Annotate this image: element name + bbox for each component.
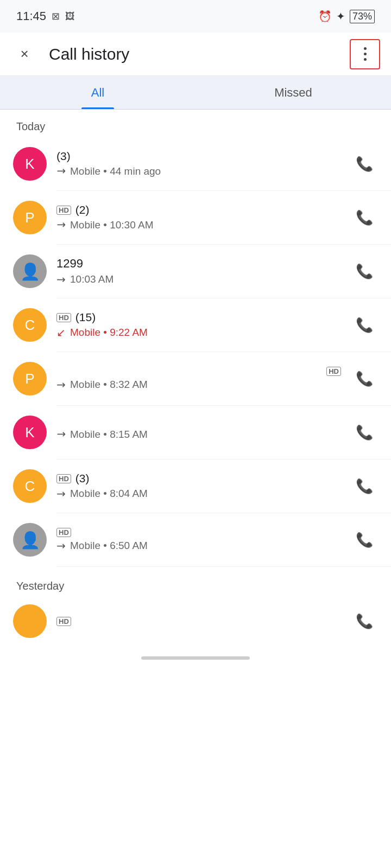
- call-list: Today K (3) ↙ Mobile • 44 min ago 📞 P HD: [0, 110, 391, 646]
- phone-icon: 📞: [356, 532, 373, 548]
- call-info: HD (15) ↙ Mobile • 9:22 AM: [56, 311, 341, 339]
- call-button[interactable]: 📞: [351, 608, 378, 635]
- three-dots-icon: [364, 47, 367, 61]
- notification-icon: ⊠: [52, 10, 60, 22]
- phone-icon: 📞: [356, 263, 373, 280]
- phone-icon: 📞: [356, 424, 373, 441]
- call-item[interactable]: K (3) ↙ Mobile • 44 min ago 📞: [0, 137, 391, 190]
- close-button[interactable]: ×: [11, 41, 38, 68]
- phone-icon: 📞: [356, 613, 373, 630]
- scroll-bar: [141, 656, 250, 660]
- call-button[interactable]: 📞: [351, 365, 378, 392]
- call-info: ↙ Mobile • 8:15 AM: [56, 424, 341, 441]
- avatar: 👤: [13, 254, 47, 288]
- call-detail: 10:03 AM: [70, 273, 113, 285]
- bluetooth-icon: ✦: [336, 10, 345, 23]
- count-label: (3): [56, 150, 71, 163]
- status-bar: 11:45 ⊠ 🖼 ⏰ ✦ 73%: [0, 0, 391, 33]
- call-bottom-row: ↙ Mobile • 10:30 AM: [56, 219, 341, 232]
- hd-badge: HD: [56, 617, 71, 626]
- phone-icon: 📞: [356, 371, 373, 387]
- call-top-row: HD (3): [56, 472, 341, 485]
- image-icon: 🖼: [65, 11, 75, 22]
- call-detail: Mobile • 9:22 AM: [70, 327, 148, 339]
- dot1: [364, 47, 367, 50]
- count-label: (2): [75, 203, 90, 216]
- hd-badge: HD: [56, 313, 71, 322]
- call-info: HD ↗ Mobile • 6:50 AM: [56, 528, 341, 552]
- call-button[interactable]: 📞: [351, 204, 378, 231]
- call-info: 1299 ↗ 10:03 AM: [56, 257, 341, 286]
- tab-all[interactable]: All: [0, 76, 195, 109]
- call-item[interactable]: P HD (2) ↙ Mobile • 10:30 AM 📞: [0, 191, 391, 244]
- call-button[interactable]: 📞: [351, 419, 378, 446]
- call-item[interactable]: 👤 HD ↗ Mobile • 6:50 AM 📞: [0, 513, 391, 566]
- call-button[interactable]: 📞: [351, 150, 378, 177]
- avatar-letter: P: [25, 371, 34, 387]
- phone-icon: 📞: [356, 209, 373, 226]
- call-bottom-row: ↗ Mobile • 8:04 AM: [56, 487, 341, 500]
- call-detail: Mobile • 8:32 AM: [70, 379, 148, 391]
- call-button[interactable]: 📞: [351, 473, 378, 500]
- scroll-indicator: [0, 646, 391, 671]
- call-detail: Mobile • 6:50 AM: [70, 540, 148, 552]
- call-bottom-row: ↗ 10:03 AM: [56, 273, 341, 286]
- call-item[interactable]: 👤 1299 ↗ 10:03 AM 📞: [0, 245, 391, 298]
- call-bottom-row: ↙ Mobile • 9:22 AM: [56, 326, 341, 339]
- avatar-letter: K: [25, 424, 34, 441]
- avatar: 👤: [13, 523, 47, 557]
- call-item[interactable]: P HD ↗ Mobile • 8:32 AM 📞: [0, 352, 391, 405]
- incoming-arrow-icon: ↙: [53, 218, 69, 233]
- call-info: HD (2) ↙ Mobile • 10:30 AM: [56, 203, 341, 232]
- outgoing-arrow-icon: ↗: [53, 272, 69, 288]
- incoming-arrow-icon: ↙: [53, 427, 69, 443]
- call-info: (3) ↙ Mobile • 44 min ago: [56, 150, 341, 178]
- divider: [56, 566, 391, 567]
- avatar: P: [13, 201, 47, 234]
- call-info: HD (3) ↗ Mobile • 8:04 AM: [56, 472, 341, 500]
- call-button[interactable]: 📞: [351, 526, 378, 553]
- phone-icon: 📞: [356, 478, 373, 495]
- call-top-row: HD: [56, 528, 341, 537]
- phone-icon: 📞: [356, 317, 373, 334]
- status-right-area: ⏰ ✦ 73%: [318, 10, 375, 23]
- tab-all-label: All: [91, 86, 104, 100]
- call-item[interactable]: C HD (15) ↙ Mobile • 9:22 AM 📞: [0, 298, 391, 352]
- clock-display: 11:45: [16, 9, 46, 23]
- person-icon: 👤: [20, 531, 40, 550]
- call-bottom-row: ↙ Mobile • 8:15 AM: [56, 428, 341, 441]
- call-detail: Mobile • 8:15 AM: [70, 429, 148, 441]
- tab-missed[interactable]: Missed: [195, 76, 391, 109]
- call-bottom-row: ↙ Mobile • 44 min ago: [56, 165, 341, 178]
- count-label: (3): [75, 472, 90, 485]
- overflow-menu-button[interactable]: [350, 39, 380, 69]
- avatar-letter: C: [25, 478, 35, 495]
- avatar: [13, 604, 47, 638]
- call-top-row: HD (15): [56, 311, 341, 324]
- phone-icon: 📞: [356, 156, 373, 173]
- avatar: C: [13, 308, 47, 342]
- avatar-letter: P: [25, 209, 34, 226]
- call-top-row: HD (2): [56, 203, 341, 216]
- status-time: 11:45 ⊠ 🖼: [16, 9, 75, 23]
- page-title: Call history: [49, 45, 339, 63]
- outgoing-arrow-icon: ↗: [53, 376, 69, 392]
- avatar: P: [13, 362, 47, 395]
- battery-percent: 73%: [352, 11, 372, 22]
- call-bottom-row: ↗ Mobile • 8:32 AM: [56, 378, 341, 391]
- person-icon: 👤: [20, 262, 40, 281]
- hd-badge: HD: [56, 528, 71, 537]
- call-item[interactable]: C HD (3) ↗ Mobile • 8:04 AM 📞: [0, 459, 391, 513]
- call-item[interactable]: K ↙ Mobile • 8:15 AM 📞: [0, 406, 391, 459]
- call-button[interactable]: 📞: [351, 311, 378, 339]
- avatar-letter: C: [25, 317, 35, 334]
- close-icon: ×: [20, 46, 28, 62]
- call-bottom-row: ↗ Mobile • 6:50 AM: [56, 539, 341, 552]
- call-detail: Mobile • 10:30 AM: [70, 219, 153, 231]
- call-item[interactable]: HD 📞: [0, 597, 391, 646]
- hd-badge: HD: [326, 367, 341, 376]
- tab-missed-label: Missed: [274, 86, 312, 100]
- call-button[interactable]: 📞: [351, 258, 378, 285]
- tabs-bar: All Missed: [0, 76, 391, 110]
- avatar-letter: K: [25, 156, 34, 173]
